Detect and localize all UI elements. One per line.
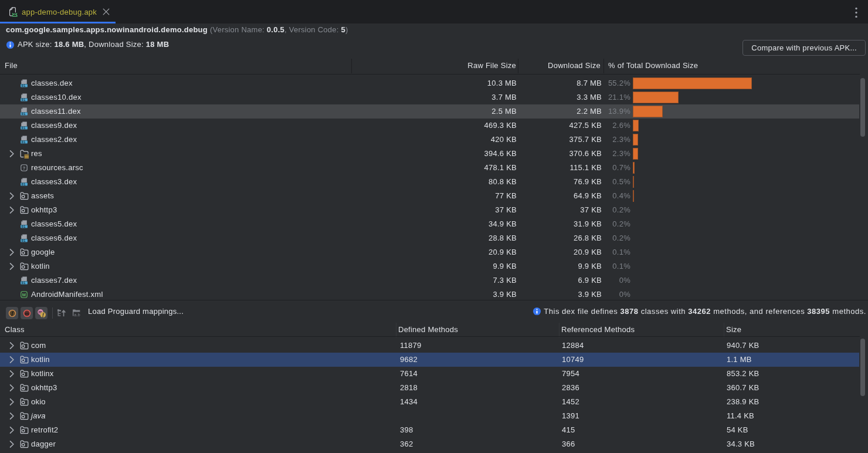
classes-table-scrollbar[interactable] (860, 339, 865, 396)
file-name: classes10.dex (31, 90, 82, 104)
package-icon (19, 369, 29, 378)
file-name: classes9.dex (31, 119, 77, 133)
expand-chevron-icon[interactable] (7, 205, 16, 215)
file-row-kotlin[interactable]: kotlin9.9 KB9.9 KB0.1% (0, 259, 859, 273)
classes-col-defined[interactable]: Defined Methods (398, 322, 458, 338)
download-pct-bar (633, 106, 663, 117)
file-row-res[interactable]: res394.6 KB370.6 KB2.3% (0, 147, 859, 161)
class-row-okio[interactable]: okio14341452238.9 KB (0, 395, 859, 409)
class-name: java (31, 409, 46, 423)
compare-with-previous-apk-button[interactable]: Compare with previous APK... (742, 40, 866, 56)
load-proguard-mappings-label[interactable]: Load Proguard mappings... (88, 300, 184, 322)
show-referenced-nodes-toggle-button[interactable]: mf (35, 307, 48, 319)
file-row-classes10.dex[interactable]: 01 classes10.dex3.7 MB3.3 MB21.1% (0, 90, 859, 104)
file-row-assets[interactable]: assets77 KB64.9 KB0.4% (0, 189, 859, 203)
show-methods-toggle-button[interactable]: m (21, 307, 33, 319)
referenced-methods-cell: 2836 (562, 381, 579, 395)
apk-analyzer-window: app-demo-debug.apk com.google.samples.ap… (0, 0, 868, 453)
tab-label: app-demo-debug.apk (22, 8, 97, 16)
file-row-AndroidManifest.xml[interactable]: MAndroidManifest.xml3.9 KB3.9 KB0% (0, 288, 859, 300)
sort-by-icon[interactable] (57, 308, 66, 317)
class-row-dagger[interactable]: dagger36236634.3 KB (0, 437, 859, 451)
class-row-kotlin[interactable]: kotlin9682107491.1 MB (0, 353, 859, 367)
tab-close-icon[interactable] (101, 7, 111, 16)
classes-col-referenced[interactable]: Referenced Methods (561, 322, 635, 338)
referenced-methods-cell: 415 (562, 423, 575, 437)
svg-text:01: 01 (21, 182, 26, 186)
files-col-raw-size[interactable]: Raw File Size (411, 58, 516, 74)
pct-cell: 21.1% (586, 90, 630, 104)
file-row-okhttp3[interactable]: okhttp337 KB37 KB0.2% (0, 203, 859, 217)
expand-chevron-icon[interactable] (7, 369, 16, 378)
package-icon (19, 397, 29, 407)
file-row-google[interactable]: google20.9 KB20.9 KB0.1% (0, 245, 859, 259)
file-name: resources.arsc (31, 161, 83, 175)
expand-chevron-icon[interactable] (7, 248, 16, 257)
svg-text:01: 01 (21, 126, 26, 130)
package-id-line: com.google.samples.apps.nowinandroid.dem… (6, 25, 348, 35)
size-cell: 940.7 KB (727, 339, 760, 353)
class-row-java[interactable]: java139111.4 KB (0, 409, 859, 423)
class-row-retrofit2[interactable]: retrofit239841554 KB (0, 423, 859, 437)
deobfuscate-icon[interactable]: a.b (72, 308, 82, 317)
file-row-classes6.dex[interactable]: 01 classes6.dex28.8 KB26.8 KB0.2% (0, 231, 859, 245)
unknown-icon: ? (19, 163, 29, 173)
classes-col-size[interactable]: Size (726, 322, 741, 338)
expand-chevron-icon[interactable] (7, 149, 16, 158)
files-col-download-size[interactable]: Download Size (520, 58, 601, 74)
referenced-methods-cell: 12884 (562, 339, 584, 353)
files-table-header: File Raw File Size Download Size % of To… (0, 58, 868, 74)
class-row-okhttp3[interactable]: okhttp328182836360.7 KB (0, 381, 859, 395)
expand-chevron-icon[interactable] (7, 191, 16, 201)
dex-info-mid1: classes with (639, 307, 689, 316)
pct-cell: 13.9% (586, 104, 630, 119)
package-icon (19, 425, 29, 435)
files-col-file[interactable]: File (5, 58, 18, 74)
size-cell: 1.1 MB (727, 353, 752, 367)
file-row-classes9.dex[interactable]: 01 classes9.dex469.3 KB427.5 KB2.6% (0, 119, 859, 133)
defined-methods-cell: 9682 (400, 353, 418, 367)
apk-size-label: APK size: (18, 40, 54, 49)
file-row-classes7.dex[interactable]: 01 classes7.dex7.3 KB6.9 KB0% (0, 273, 859, 288)
raw-size-cell: 77 KB (381, 189, 517, 203)
size-cell: 360.7 KB (727, 381, 760, 395)
expand-chevron-icon[interactable] (7, 355, 16, 364)
expand-chevron-icon[interactable] (7, 262, 16, 271)
size-cell: 34.3 KB (727, 437, 755, 451)
download-size-value: 18 MB (146, 40, 169, 49)
pct-cell: 0.1% (586, 245, 630, 259)
files-col-pct[interactable]: % of Total Download Size (608, 58, 698, 74)
referenced-methods-cell: 7954 (562, 367, 579, 381)
file-row-resources.arsc[interactable]: ?resources.arsc478.1 KB115.1 KB0.7% (0, 161, 859, 175)
defined-methods-cell: 398 (400, 423, 413, 437)
raw-size-cell: 2.5 MB (381, 104, 517, 119)
expand-chevron-icon[interactable] (7, 411, 16, 421)
file-row-classes2.dex[interactable]: 01 classes2.dex420 KB375.7 KB2.3% (0, 133, 859, 147)
files-table-scrollbar[interactable] (860, 78, 865, 137)
class-name: retrofit2 (31, 423, 58, 437)
info-icon (533, 307, 541, 316)
tab-apk-file[interactable]: app-demo-debug.apk (0, 0, 116, 23)
expand-chevron-icon[interactable] (7, 341, 16, 350)
show-fields-toggle-button[interactable]: f (6, 307, 18, 319)
expand-chevron-icon[interactable] (7, 397, 16, 407)
dex-info-mid2: methods, and references (711, 307, 807, 316)
raw-size-cell: 3.7 MB (381, 90, 517, 104)
raw-size-cell: 7.3 KB (381, 273, 517, 288)
pct-cell: 0.2% (586, 203, 630, 217)
class-row-com[interactable]: com1187912884940.7 KB (0, 339, 859, 353)
expand-chevron-icon[interactable] (7, 383, 16, 393)
dex-toolbar: f m mf a.b Load Proguard mappings... Thi… (0, 300, 868, 322)
file-name: kotlin (31, 259, 50, 273)
file-row-classes.dex[interactable]: 01 classes.dex10.3 MB8.7 MB55.2% (0, 76, 859, 90)
kebab-menu-icon[interactable] (852, 7, 860, 18)
expand-chevron-icon[interactable] (7, 440, 16, 449)
file-row-classes3.dex[interactable]: 01 classes3.dex80.8 KB76.9 KB0.5% (0, 175, 859, 189)
classes-col-class[interactable]: Class (5, 322, 25, 338)
file-row-classes5.dex[interactable]: 01 classes5.dex34.9 KB31.9 KB0.2% (0, 217, 859, 231)
class-row-kotlinx[interactable]: kotlinx76147954853.2 KB (0, 367, 859, 381)
raw-size-cell: 394.6 KB (381, 147, 517, 161)
defined-methods-cell: 2818 (400, 381, 418, 395)
file-row-classes11.dex[interactable]: 01 classes11.dex2.5 MB2.2 MB13.9% (0, 104, 859, 119)
expand-chevron-icon[interactable] (7, 425, 16, 435)
